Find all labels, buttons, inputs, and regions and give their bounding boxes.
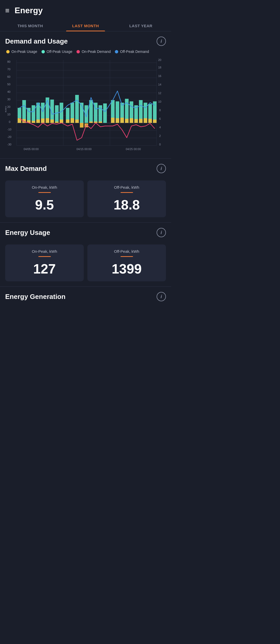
max-demand-on-peak-label: On-Peak, kWh — [32, 185, 57, 190]
svg-text:-10: -10 — [7, 128, 11, 131]
svg-rect-90 — [111, 118, 115, 123]
svg-text:10: 10 — [7, 113, 10, 116]
energy-generation-info-icon[interactable]: i — [157, 292, 166, 301]
max-demand-on-peak-value: 9.5 — [35, 197, 54, 213]
energy-generation-title: Energy Generation — [5, 293, 66, 301]
on-peak-usage-dot — [6, 50, 10, 53]
svg-text:40: 40 — [7, 90, 10, 93]
svg-rect-89 — [99, 122, 102, 123]
svg-rect-80 — [55, 122, 59, 123]
svg-rect-76 — [36, 120, 40, 123]
svg-rect-94 — [130, 118, 133, 123]
svg-rect-91 — [116, 118, 119, 123]
svg-rect-78 — [46, 118, 49, 123]
demand-usage-chart: -30 -20 -10 0 10 20 30 40 50 60 70 80 kW… — [5, 57, 166, 156]
chart-svg: -30 -20 -10 0 10 20 30 40 50 60 70 80 kW… — [5, 57, 166, 156]
energy-usage-off-peak-value: 1399 — [112, 261, 142, 277]
svg-rect-55 — [75, 95, 79, 123]
energy-generation-header: Energy Generation i — [5, 292, 166, 301]
svg-text:80: 80 — [7, 60, 10, 63]
energy-usage-info-icon[interactable]: i — [157, 228, 166, 237]
tab-this-month[interactable]: THIS MONTH — [3, 19, 58, 31]
max-demand-off-peak-label: Off-Peak, kWh — [114, 185, 139, 190]
energy-generation-section: Energy Generation i — [0, 287, 171, 308]
svg-text:04/05 00:00: 04/05 00:00 — [24, 148, 39, 151]
svg-rect-97 — [144, 118, 147, 123]
off-peak-demand-label: Off-Peak Demand — [120, 50, 149, 54]
off-peak-demand-dot — [115, 50, 118, 53]
energy-usage-title: Energy Usage — [5, 229, 50, 237]
page-title: Energy — [15, 6, 43, 15]
svg-rect-92 — [120, 118, 124, 123]
energy-usage-off-peak-underline — [121, 256, 133, 257]
svg-rect-96 — [139, 119, 143, 123]
energy-usage-on-peak-card: On-Peak, kWh 127 — [5, 244, 84, 281]
demand-usage-info-icon[interactable]: i — [157, 37, 166, 46]
on-peak-demand-label: On-Peak Demand — [82, 50, 111, 54]
svg-rect-87 — [89, 122, 93, 123]
energy-usage-cards: On-Peak, kWh 127 Off-Peak, kWh 1399 — [0, 241, 171, 286]
svg-text:-30: -30 — [7, 143, 11, 146]
svg-text:20: 20 — [158, 58, 161, 61]
svg-text:kWh: kWh — [5, 106, 7, 112]
menu-icon[interactable]: ≡ — [5, 6, 9, 15]
svg-text:20: 20 — [7, 105, 10, 108]
max-demand-info-icon[interactable]: i — [157, 164, 166, 173]
max-demand-off-peak-underline — [121, 192, 133, 193]
svg-text:50: 50 — [7, 83, 10, 86]
legend-on-peak-demand: On-Peak Demand — [76, 50, 111, 54]
svg-text:60: 60 — [7, 75, 10, 78]
svg-text:18: 18 — [158, 66, 161, 69]
energy-usage-header: Energy Usage i — [5, 228, 166, 237]
svg-rect-79 — [50, 120, 54, 123]
energy-usage-off-peak-label: Off-Peak, kWh — [114, 249, 139, 254]
svg-rect-84 — [75, 120, 79, 123]
tab-bar: THIS MONTH LAST MONTH LAST YEAR — [0, 19, 171, 31]
svg-rect-95 — [134, 119, 138, 123]
svg-text:12: 12 — [158, 92, 161, 95]
chart-legend: On-Peak Usage Off-Peak Usage On-Peak Dem… — [5, 50, 166, 54]
svg-rect-77 — [41, 118, 45, 123]
svg-rect-99 — [153, 120, 157, 123]
demand-usage-title: Demand and Usage — [5, 37, 68, 45]
tab-last-month[interactable]: LAST MONTH — [58, 19, 113, 31]
max-demand-section: Max Demand i — [0, 159, 171, 173]
svg-text:4: 4 — [159, 126, 161, 129]
svg-rect-85 — [80, 123, 83, 128]
legend-on-peak-usage: On-Peak Usage — [6, 50, 37, 54]
tab-last-year[interactable]: LAST YEAR — [113, 19, 169, 31]
svg-rect-98 — [148, 119, 152, 123]
svg-text:04/15 00:00: 04/15 00:00 — [76, 148, 92, 151]
max-demand-on-peak-card: On-Peak, kWh 9.5 — [5, 180, 84, 217]
off-peak-usage-dot — [41, 50, 45, 53]
svg-text:-20: -20 — [7, 135, 11, 138]
max-demand-off-peak-card: Off-Peak, kWh 18.8 — [87, 180, 166, 217]
svg-rect-51 — [55, 105, 59, 123]
svg-text:14: 14 — [158, 83, 161, 86]
svg-text:8: 8 — [159, 109, 161, 112]
svg-text:10: 10 — [158, 100, 161, 103]
svg-rect-93 — [125, 119, 129, 123]
energy-usage-on-peak-value: 127 — [33, 261, 56, 277]
energy-usage-off-peak-card: Off-Peak, kWh 1399 — [87, 244, 166, 281]
max-demand-off-peak-value: 18.8 — [114, 197, 140, 213]
legend-off-peak-demand: Off-Peak Demand — [115, 50, 149, 54]
svg-text:0: 0 — [159, 143, 161, 146]
svg-text:16: 16 — [158, 74, 161, 78]
demand-usage-section: Demand and Usage i On-Peak Usage Off-Pea… — [0, 31, 171, 156]
svg-rect-61 — [103, 103, 107, 123]
svg-text:2: 2 — [159, 134, 161, 137]
svg-text:04/25 00:00: 04/25 00:00 — [126, 148, 141, 151]
header: ≡ Energy — [0, 0, 171, 19]
off-peak-usage-label: Off-Peak Usage — [47, 50, 72, 54]
energy-usage-section: Energy Usage i — [0, 223, 171, 237]
max-demand-on-peak-underline — [38, 192, 51, 193]
svg-rect-83 — [71, 118, 74, 123]
on-peak-demand-dot — [76, 50, 80, 53]
svg-text:0: 0 — [9, 120, 10, 123]
max-demand-cards: On-Peak, kWh 9.5 Off-Peak, kWh 18.8 — [0, 177, 171, 222]
energy-usage-on-peak-label: On-Peak, kWh — [32, 249, 57, 254]
svg-text:30: 30 — [7, 98, 10, 101]
svg-text:70: 70 — [7, 68, 10, 71]
on-peak-usage-label: On-Peak Usage — [11, 50, 37, 54]
